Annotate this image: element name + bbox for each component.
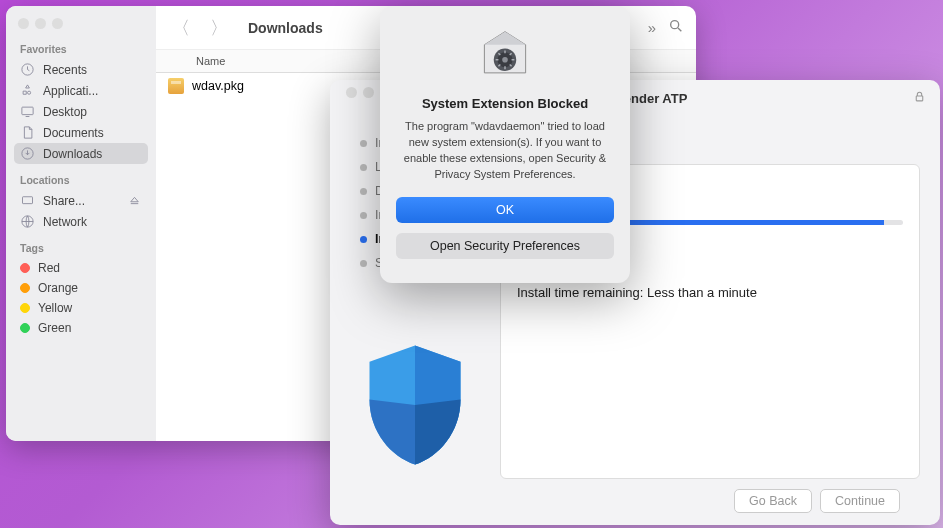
svg-point-17 xyxy=(502,57,508,63)
sidebar-item-label: Red xyxy=(38,261,60,275)
more-icon[interactable]: » xyxy=(648,19,656,36)
sidebar-tag-yellow[interactable]: Yellow xyxy=(14,298,148,318)
svg-rect-3 xyxy=(23,197,33,204)
sidebar-item-documents[interactable]: Documents xyxy=(14,122,148,143)
sidebar-item-label: Desktop xyxy=(43,105,87,119)
lock-icon[interactable] xyxy=(913,89,926,108)
sidebar-item-applications[interactable]: Applicati... xyxy=(14,80,148,101)
go-back-button[interactable]: Go Back xyxy=(734,489,812,513)
tag-dot-icon xyxy=(20,323,30,333)
tag-dot-icon xyxy=(20,283,30,293)
sidebar-tag-green[interactable]: Green xyxy=(14,318,148,338)
sidebar-item-label: Downloads xyxy=(43,147,102,161)
sidebar-item-label: Yellow xyxy=(38,301,72,315)
alert-message: The program "wdavdaemon" tried to load n… xyxy=(396,119,614,183)
svg-rect-6 xyxy=(916,95,923,100)
sidebar-tag-red[interactable]: Red xyxy=(14,258,148,278)
desktop-icon xyxy=(20,104,35,119)
defender-shield-icon xyxy=(360,340,470,470)
sidebar-item-desktop[interactable]: Desktop xyxy=(14,101,148,122)
tag-dot-icon xyxy=(20,263,30,273)
downloads-icon xyxy=(20,146,35,161)
minimize-icon[interactable] xyxy=(35,18,46,29)
eject-icon[interactable] xyxy=(127,193,142,208)
zoom-icon[interactable] xyxy=(52,18,63,29)
sidebar-item-label: Network xyxy=(43,215,87,229)
system-extension-blocked-alert: System Extension Blocked The program "wd… xyxy=(380,6,630,283)
package-icon xyxy=(168,78,184,94)
sidebar-item-label: Documents xyxy=(43,126,104,140)
finder-sidebar: Favorites Recents Applicati... Desktop D… xyxy=(6,6,156,441)
favorites-heading: Favorites xyxy=(20,43,148,55)
sidebar-item-label: Orange xyxy=(38,281,78,295)
apps-icon xyxy=(20,83,35,98)
sidebar-item-recents[interactable]: Recents xyxy=(14,59,148,80)
continue-button[interactable]: Continue xyxy=(820,489,900,513)
sidebar-item-label: Share... xyxy=(43,194,85,208)
locations-heading: Locations xyxy=(20,174,148,186)
sidebar-item-network[interactable]: Network xyxy=(14,211,148,232)
tag-dot-icon xyxy=(20,303,30,313)
finder-title: Downloads xyxy=(248,20,323,36)
clock-icon xyxy=(20,62,35,77)
forward-button[interactable]: 〉 xyxy=(206,16,232,40)
search-icon[interactable] xyxy=(668,18,684,37)
sidebar-item-label: Applicati... xyxy=(43,84,98,98)
tags-heading: Tags xyxy=(20,242,148,254)
window-traffic-lights[interactable] xyxy=(18,18,148,29)
sidebar-tag-orange[interactable]: Orange xyxy=(14,278,148,298)
sidebar-item-shared[interactable]: Share... xyxy=(14,190,148,211)
close-icon[interactable] xyxy=(18,18,29,29)
installer-buttons: Go Back Continue xyxy=(500,479,920,513)
display-icon xyxy=(20,193,35,208)
back-button[interactable]: 〈 xyxy=(168,16,194,40)
sidebar-item-downloads[interactable]: Downloads xyxy=(14,143,148,164)
ok-button[interactable]: OK xyxy=(396,197,614,223)
sidebar-item-label: Recents xyxy=(43,63,87,77)
svg-point-5 xyxy=(671,21,679,29)
security-vault-icon xyxy=(475,26,535,86)
svg-rect-1 xyxy=(22,107,33,115)
document-icon xyxy=(20,125,35,140)
alert-title: System Extension Blocked xyxy=(396,96,614,111)
globe-icon xyxy=(20,214,35,229)
file-name: wdav.pkg xyxy=(192,79,244,93)
sidebar-item-label: Green xyxy=(38,321,71,335)
open-security-preferences-button[interactable]: Open Security Preferences xyxy=(396,233,614,259)
install-eta: Install time remaining: Less than a minu… xyxy=(517,285,903,300)
